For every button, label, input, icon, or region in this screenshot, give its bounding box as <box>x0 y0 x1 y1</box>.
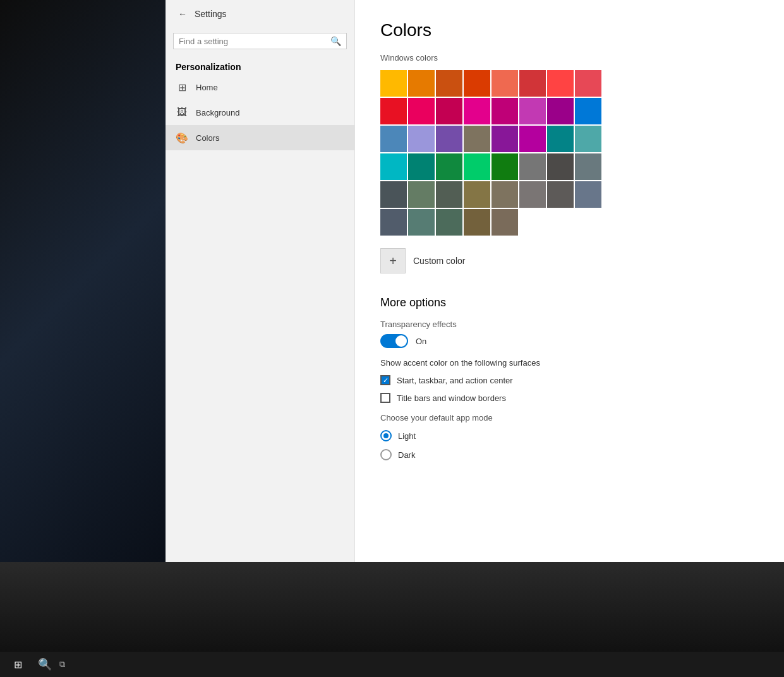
checkbox-start[interactable]: ✓ <box>380 375 390 385</box>
color-swatch-15[interactable] <box>575 98 601 124</box>
checkbox-titlebars-row[interactable]: Title bars and window borders <box>380 393 759 403</box>
colors-icon: 🎨 <box>176 131 188 144</box>
color-swatch-16[interactable] <box>380 126 407 152</box>
color-swatch-17[interactable] <box>408 126 435 152</box>
radio-dark-label: Dark <box>398 450 415 460</box>
color-swatch-25[interactable] <box>408 153 435 180</box>
color-swatch-31[interactable] <box>575 153 601 180</box>
sidebar-item-background[interactable]: 🖼 Background <box>166 100 354 125</box>
color-swatch-22[interactable] <box>547 126 574 152</box>
more-options-title: More options <box>380 296 759 309</box>
color-swatch-12[interactable] <box>492 98 518 124</box>
taskbar: ⊞ 🔍 ⧉ <box>0 652 784 677</box>
search-input[interactable] <box>179 37 330 46</box>
color-swatch-11[interactable] <box>464 98 490 124</box>
color-swatch-37[interactable] <box>519 181 546 208</box>
radio-light-label: Light <box>398 431 416 441</box>
checkbox-titlebars-label: Title bars and window borders <box>397 393 506 403</box>
radio-dark[interactable] <box>380 449 392 460</box>
radio-light[interactable] <box>380 430 392 441</box>
search-box: 🔍 <box>173 33 347 49</box>
surfaces-label: Show accent color on the following surfa… <box>380 358 759 368</box>
color-swatch-2[interactable] <box>436 70 462 97</box>
color-swatch-33[interactable] <box>408 181 435 208</box>
app-mode-label: Choose your default app mode <box>380 413 759 422</box>
windows-colors-label: Windows colors <box>380 53 759 63</box>
desktop-left-area <box>0 0 166 562</box>
color-swatch-6[interactable] <box>547 70 574 97</box>
color-swatch-44[interactable] <box>492 209 518 236</box>
color-swatch-21[interactable] <box>519 126 546 152</box>
color-swatch-4[interactable] <box>492 70 518 97</box>
sidebar-item-colors[interactable]: 🎨 Colors <box>166 125 354 150</box>
color-swatch-26[interactable] <box>436 153 462 180</box>
color-swatch-28[interactable] <box>492 153 518 180</box>
checkbox-start-row[interactable]: ✓ Start, taskbar, and action center <box>380 375 759 385</box>
custom-color-button[interactable]: + Custom color <box>380 246 465 276</box>
color-swatch-9[interactable] <box>408 98 435 124</box>
transparency-toggle[interactable] <box>380 334 408 348</box>
color-swatch-18[interactable] <box>436 126 462 152</box>
color-swatch-14[interactable] <box>547 98 574 124</box>
color-swatch-35[interactable] <box>464 181 490 208</box>
settings-window: ← Settings 🔍 Personalization ⊞ Home 🖼 Ba… <box>166 0 784 562</box>
sidebar-item-home[interactable]: ⊞ Home <box>166 75 354 100</box>
color-swatch-5[interactable] <box>519 70 546 97</box>
color-swatch-7[interactable] <box>575 70 601 97</box>
color-swatch-24[interactable] <box>380 153 407 180</box>
color-swatch-38[interactable] <box>547 181 574 208</box>
checkbox-start-label: Start, taskbar, and action center <box>397 376 513 385</box>
home-label: Home <box>196 83 218 92</box>
checkbox-titlebars[interactable] <box>380 393 390 403</box>
home-icon: ⊞ <box>176 81 188 93</box>
radio-dark-row[interactable]: Dark <box>380 449 759 460</box>
surfaces-option: Show accent color on the following surfa… <box>380 358 759 403</box>
main-content: Colors Windows colors + Custom color Mor… <box>355 0 784 562</box>
color-swatch-32[interactable] <box>380 181 407 208</box>
color-swatch-29[interactable] <box>519 153 546 180</box>
color-swatch-39[interactable] <box>575 181 601 208</box>
color-swatch-42[interactable] <box>436 209 462 236</box>
search-button[interactable]: 🔍 <box>330 36 341 46</box>
desktop-bottom-area <box>0 562 784 652</box>
color-swatch-10[interactable] <box>436 98 462 124</box>
transparency-option: Transparency effects On <box>380 320 759 348</box>
color-swatch-34[interactable] <box>436 181 462 208</box>
color-swatch-27[interactable] <box>464 153 490 180</box>
color-swatch-20[interactable] <box>492 126 518 152</box>
app-mode-option: Choose your default app mode Light Dark <box>380 413 759 460</box>
color-swatch-13[interactable] <box>519 98 546 124</box>
custom-color-label: Custom color <box>413 256 465 266</box>
start-button[interactable]: ⊞ <box>3 652 33 677</box>
transparency-toggle-row: On <box>380 334 759 348</box>
color-swatch-40[interactable] <box>380 209 407 236</box>
toggle-thumb <box>395 335 407 347</box>
radio-light-dot <box>383 433 389 438</box>
settings-title: Settings <box>195 9 227 19</box>
back-button[interactable]: ← <box>176 6 190 21</box>
transparency-label: Transparency effects <box>380 320 759 329</box>
color-swatch-23[interactable] <box>575 126 601 152</box>
color-swatch-1[interactable] <box>408 70 435 97</box>
color-swatch-3[interactable] <box>464 70 490 97</box>
taskbar-search-icon[interactable]: 🔍 <box>33 657 57 671</box>
radio-light-row[interactable]: Light <box>380 430 759 441</box>
color-swatch-0[interactable] <box>380 70 407 97</box>
background-label: Background <box>196 108 239 117</box>
colors-label: Colors <box>196 133 220 143</box>
checkmark-icon: ✓ <box>383 377 389 384</box>
color-swatch-30[interactable] <box>547 153 574 180</box>
color-swatch-41[interactable] <box>408 209 435 236</box>
color-swatch-36[interactable] <box>492 181 518 208</box>
background-icon: 🖼 <box>176 106 188 119</box>
color-grid <box>380 70 759 236</box>
taskbar-task-view[interactable]: ⧉ <box>59 659 65 669</box>
color-swatch-8[interactable] <box>380 98 407 124</box>
transparency-state: On <box>416 337 426 346</box>
color-swatch-19[interactable] <box>464 126 490 152</box>
color-swatch-43[interactable] <box>464 209 490 236</box>
personalization-label: Personalization <box>166 54 354 75</box>
sidebar-header: ← Settings <box>166 0 354 28</box>
plus-icon: + <box>380 248 406 273</box>
settings-sidebar: ← Settings 🔍 Personalization ⊞ Home 🖼 Ba… <box>166 0 355 562</box>
